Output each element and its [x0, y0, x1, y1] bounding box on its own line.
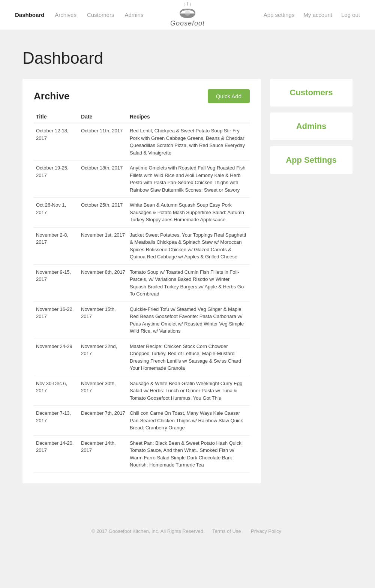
table-cell-date: October 11th, 2017: [79, 123, 128, 160]
quick-add-button[interactable]: Quick Add: [208, 89, 250, 103]
table-cell-title: November 16-22, 2017: [34, 302, 79, 339]
table-cell-date: November 8th, 2017: [79, 264, 128, 302]
col-header-title: Title: [34, 111, 79, 123]
table-header-row: Title Date Recipes: [34, 111, 250, 123]
sidebar-customers-label: Customers: [290, 88, 333, 97]
table-cell-recipes: Tomato Soup w/ Toasted Cumin Fish Fillet…: [128, 264, 250, 302]
nav-link-archives[interactable]: Archives: [55, 12, 76, 18]
table-cell-recipes: Red Lentil, Chickpea & Sweet Potato Soup…: [128, 123, 250, 160]
table-cell-recipes: Jacket Sweet Potatoes, Your Toppings Rea…: [128, 227, 250, 264]
table-cell-date: November 15th, 2017: [79, 302, 128, 339]
nav-link-my-account[interactable]: My account: [303, 12, 332, 18]
table-cell-date: November 1st, 2017: [79, 227, 128, 264]
nav-link-log-out[interactable]: Log out: [341, 12, 360, 18]
footer-terms-link[interactable]: Terms of Use: [212, 528, 241, 534]
nav-link-customers[interactable]: Customers: [87, 12, 114, 18]
table-cell-date: November 30th, 2017: [79, 376, 128, 406]
logo-text: Goosefoot: [170, 20, 205, 27]
sidebar-card-app-settings[interactable]: App Settings: [270, 146, 352, 174]
table-cell-date: November 22nd, 2017: [79, 339, 128, 376]
sidebar-app-settings-label: App Settings: [286, 155, 337, 165]
table-row: October 12-18, 2017October 11th, 2017Red…: [34, 123, 250, 160]
table-row: November 16-22, 2017November 15th, 2017Q…: [34, 302, 250, 339]
nav-left: Dashboard Archives Customers Admins: [15, 12, 143, 18]
table-cell-title: Nov 30-Dec 6, 2017: [34, 376, 79, 406]
table-cell-title: October 19-25, 2017: [34, 160, 79, 198]
table-cell-title: November 9-15, 2017: [34, 264, 79, 302]
col-header-recipes: Recipes: [128, 111, 250, 123]
table-row: November 2-8, 2017November 1st, 2017Jack…: [34, 227, 250, 264]
nav-link-app-settings[interactable]: App settings: [264, 12, 295, 18]
table-cell-recipes: Master Recipe: Chicken Stock Corn Chowde…: [128, 339, 250, 376]
navbar: Dashboard Archives Customers Admins Goos…: [0, 0, 375, 30]
page-title: Dashboard: [22, 49, 352, 68]
table-cell-recipes: Sheet Pan: Black Bean & Sweet Potato Has…: [128, 435, 250, 472]
table-cell-date: December 7th, 2017: [79, 406, 128, 436]
table-row: December 7-13, 2017December 7th, 2017Chi…: [34, 406, 250, 436]
table-cell-date: October 25th, 2017: [79, 198, 128, 228]
footer-privacy-link[interactable]: Privacy Policy: [251, 528, 281, 534]
table-cell-recipes: Anytime Omelets with Roasted Fall Veg Ro…: [128, 160, 250, 198]
nav-logo: Goosefoot: [170, 2, 205, 27]
table-cell-title: November 24-29: [34, 339, 79, 376]
sidebar-card-admins[interactable]: Admins: [270, 112, 352, 140]
sidebar-card-customers[interactable]: Customers: [270, 79, 352, 106]
archive-table: Title Date Recipes October 12-18, 2017Oc…: [34, 111, 250, 473]
sidebar: Customers Admins App Settings: [270, 79, 352, 174]
footer-copyright: © 2017 Goosefoot Kitchen, Inc. All Right…: [92, 528, 205, 534]
table-cell-title: October 12-18, 2017: [34, 123, 79, 160]
archive-title: Archive: [34, 90, 69, 102]
table-row: October 19-25, 2017October 18th, 2017Any…: [34, 160, 250, 198]
nav-link-admins[interactable]: Admins: [124, 12, 143, 18]
archive-header: Archive Quick Add: [34, 89, 250, 103]
table-row: November 9-15, 2017November 8th, 2017Tom…: [34, 264, 250, 302]
sidebar-admins-label: Admins: [296, 122, 327, 131]
table-cell-date: October 18th, 2017: [79, 160, 128, 198]
goosefoot-logo-icon: [178, 2, 197, 19]
table-row: December 14-20, 2017December 14th, 2017S…: [34, 435, 250, 472]
content-layout: Archive Quick Add Title Date Recipes Oct…: [22, 79, 352, 483]
table-row: Nov 30-Dec 6, 2017November 30th, 2017Sau…: [34, 376, 250, 406]
archive-panel: Archive Quick Add Title Date Recipes Oct…: [22, 79, 261, 483]
col-header-date: Date: [79, 111, 128, 123]
table-cell-recipes: Chili con Carne On Toast, Many Ways Kale…: [128, 406, 250, 436]
table-cell-title: November 2-8, 2017: [34, 227, 79, 264]
table-cell-title: December 7-13, 2017: [34, 406, 79, 436]
table-cell-recipes: Sausage & White Bean Gratin Weeknight Cu…: [128, 376, 250, 406]
table-row: November 24-29November 22nd, 2017Master …: [34, 339, 250, 376]
table-cell-title: Oct 26-Nov 1, 2017: [34, 198, 79, 228]
table-cell-date: December 14th, 2017: [79, 435, 128, 472]
footer: © 2017 Goosefoot Kitchen, Inc. All Right…: [0, 513, 375, 545]
table-cell-title: December 14-20, 2017: [34, 435, 79, 472]
nav-right: App settings My account Log out: [264, 12, 360, 18]
table-row: Oct 26-Nov 1, 2017October 25th, 2017Whit…: [34, 198, 250, 228]
main-container: Dashboard Archive Quick Add Title Date R…: [8, 30, 368, 502]
nav-link-dashboard[interactable]: Dashboard: [15, 12, 44, 18]
table-cell-recipes: Quickie-Fried Tofu w/ Steamed Veg Ginger…: [128, 302, 250, 339]
table-cell-recipes: White Bean & Autumn Squash Soup Easy Por…: [128, 198, 250, 228]
